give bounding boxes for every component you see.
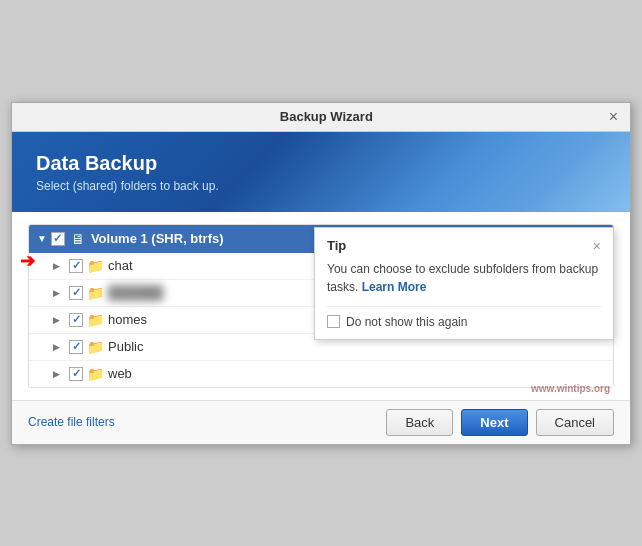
create-file-filters-link[interactable]: Create file filters: [28, 415, 115, 429]
tip-popup: Tip × You can choose to exclude subfolde…: [314, 227, 614, 340]
bottom-bar: Create file filters Back Next Cancel: [12, 400, 630, 444]
title-bar: Backup Wizard ×: [12, 103, 630, 132]
tip-footer: Do not show this again: [327, 306, 601, 329]
expand-arrow-private[interactable]: ▶: [53, 288, 65, 298]
root-expand-icon[interactable]: ▼: [37, 233, 47, 244]
content-area: ➔ ▼ 🖥 Volume 1 (SHR, btrfs) ▶ 📁 chat: [12, 212, 630, 400]
expand-arrow-homes[interactable]: ▶: [53, 315, 65, 325]
window-close-button[interactable]: ×: [609, 109, 618, 125]
expand-arrow-public[interactable]: ▶: [53, 342, 65, 352]
tip-body: You can choose to exclude subfolders fro…: [327, 260, 601, 296]
item-label-public: Public: [108, 339, 143, 354]
folder-icon-chat: 📁: [87, 258, 104, 274]
next-button[interactable]: Next: [461, 409, 527, 436]
cancel-button[interactable]: Cancel: [536, 409, 614, 436]
folder-icon-web: 📁: [87, 366, 104, 382]
checkbox-homes[interactable]: [69, 313, 83, 327]
expand-arrow-web[interactable]: ▶: [53, 369, 65, 379]
do-not-show-label: Do not show this again: [346, 315, 467, 329]
checkbox-private[interactable]: [69, 286, 83, 300]
checkbox-public[interactable]: [69, 340, 83, 354]
tip-close-button[interactable]: ×: [593, 238, 601, 254]
folder-icon-public: 📁: [87, 339, 104, 355]
watermark: www.wintips.org: [531, 383, 610, 394]
root-label: Volume 1 (SHR, btrfs): [91, 231, 224, 246]
item-label-web: web: [108, 366, 132, 381]
expand-arrow-chat[interactable]: ▶: [53, 261, 65, 271]
red-arrow-indicator: ➔: [20, 250, 35, 272]
tip-title: Tip: [327, 238, 346, 253]
do-not-show-checkbox[interactable]: [327, 315, 340, 328]
checkbox-web[interactable]: [69, 367, 83, 381]
backup-wizard-dialog: Backup Wizard × Data Backup Select (shar…: [11, 102, 631, 445]
folder-icon-homes: 📁: [87, 312, 104, 328]
item-label-chat: chat: [108, 258, 133, 273]
footer-buttons: Back Next Cancel: [386, 409, 614, 436]
item-label-private: ██████: [108, 285, 163, 300]
root-checkbox[interactable]: [51, 232, 65, 246]
folder-icon-private: 📁: [87, 285, 104, 301]
page-subtitle: Select (shared) folders to back up.: [36, 179, 606, 193]
tip-header: Tip ×: [327, 238, 601, 254]
header-banner: Data Backup Select (shared) folders to b…: [12, 132, 630, 212]
dialog-title: Backup Wizard: [44, 109, 609, 124]
volume-icon: 🖥: [71, 231, 85, 247]
checkbox-chat[interactable]: [69, 259, 83, 273]
list-item: ▶ 📁 web: [29, 361, 613, 387]
learn-more-link[interactable]: Learn More: [362, 280, 427, 294]
back-button[interactable]: Back: [386, 409, 453, 436]
item-label-homes: homes: [108, 312, 147, 327]
page-title: Data Backup: [36, 152, 606, 175]
